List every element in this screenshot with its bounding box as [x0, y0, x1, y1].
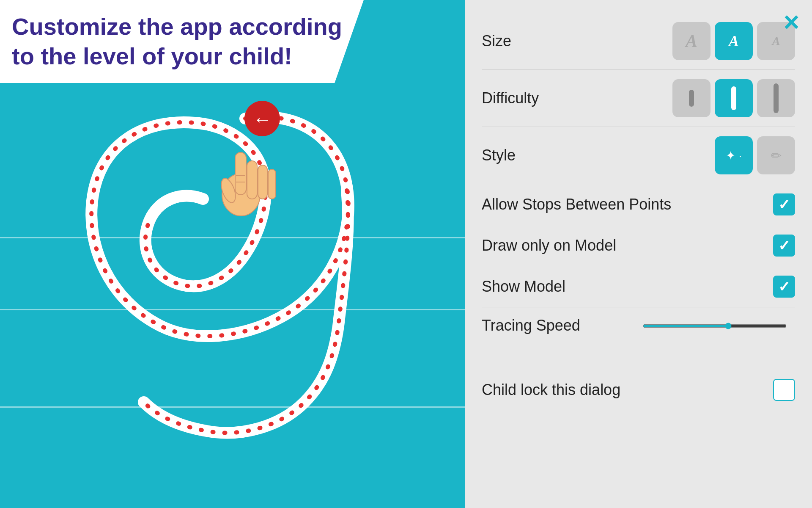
draw-only-row: Draw only on Model: [482, 225, 795, 266]
difficulty-hard-btn[interactable]: [757, 79, 795, 117]
left-panel: Customize the app according to the level…: [0, 0, 465, 508]
difficulty-row: Difficulty: [482, 70, 795, 127]
style-btn-group: ✦ · ✏: [715, 136, 795, 174]
header-box: Customize the app according to the level…: [0, 0, 364, 83]
hand-cursor: ←: [219, 101, 280, 216]
right-panel: × Size A A A Difficulty: [465, 0, 812, 508]
size-row: Size A A A: [482, 13, 795, 70]
allow-stops-label: Allow Stops Between Points: [482, 196, 671, 213]
stars-icon: ✦ ·: [726, 149, 742, 163]
svg-rect-5: [258, 165, 267, 199]
style-dots-btn[interactable]: ✦ ·: [715, 136, 753, 174]
cursive-svg: ←: [0, 85, 465, 466]
child-lock-checkbox[interactable]: [773, 379, 795, 401]
pencil-icon: ✏: [771, 148, 782, 163]
show-model-row: Show Model: [482, 266, 795, 307]
allow-stops-checkbox[interactable]: [773, 193, 795, 215]
close-button[interactable]: ×: [784, 8, 799, 36]
size-large-btn[interactable]: A: [672, 22, 710, 60]
size-medium-btn[interactable]: A: [715, 22, 753, 60]
tracing-speed-slider[interactable]: [643, 324, 787, 328]
svg-rect-4: [247, 161, 257, 199]
allow-stops-row: Allow Stops Between Points: [482, 184, 795, 225]
cursive-area: ←: [0, 85, 465, 466]
tracing-speed-label: Tracing Speed: [482, 317, 580, 334]
size-btn-group: A A A: [672, 22, 795, 60]
tracing-speed-row: Tracing Speed: [482, 307, 795, 344]
svg-text:←: ←: [253, 109, 272, 130]
show-model-label: Show Model: [482, 278, 565, 295]
draw-only-label: Draw only on Model: [482, 237, 616, 254]
tracing-speed-slider-container: [643, 322, 795, 329]
size-label: Size: [482, 32, 511, 50]
svg-rect-6: [268, 169, 276, 199]
draw-only-checkbox[interactable]: [773, 235, 795, 257]
style-row: Style ✦ · ✏: [482, 127, 795, 184]
difficulty-medium-btn[interactable]: [715, 79, 753, 117]
style-label: Style: [482, 146, 516, 164]
show-model-checkbox[interactable]: [773, 276, 795, 298]
child-lock-label: Child lock this dialog: [482, 381, 620, 399]
style-pencil-btn[interactable]: ✏: [757, 136, 795, 174]
svg-rect-3: [235, 152, 246, 195]
child-lock-row: Child lock this dialog: [482, 370, 795, 410]
spacer: [482, 344, 795, 370]
difficulty-label: Difficulty: [482, 89, 539, 107]
difficulty-btn-group: [672, 79, 795, 117]
difficulty-easy-btn[interactable]: [672, 79, 710, 117]
header-text: Customize the app according to the level…: [12, 12, 347, 71]
